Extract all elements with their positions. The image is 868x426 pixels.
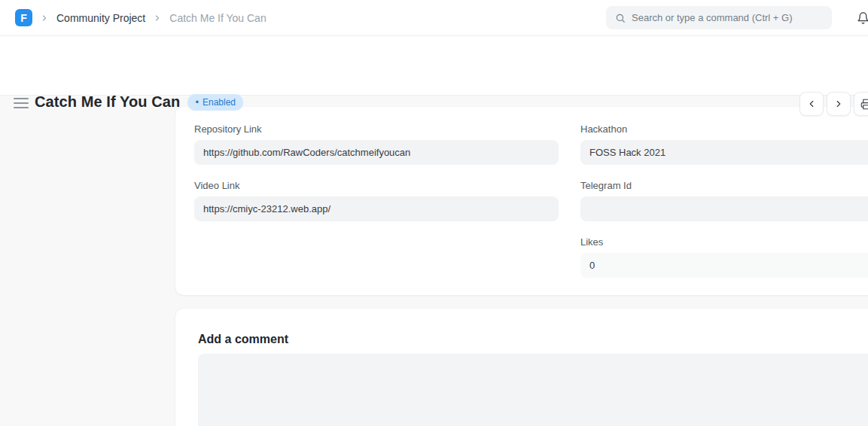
- telegram-id-label: Telegram Id: [580, 180, 868, 191]
- search-input[interactable]: [632, 12, 823, 23]
- sidebar-toggle-button[interactable]: [14, 98, 29, 108]
- form-column-right: Hackathon Telegram Id Likes: [580, 123, 868, 278]
- field-video-link: Video Link: [194, 180, 559, 221]
- comment-card: Add a comment: [175, 309, 868, 426]
- notifications-button[interactable]: [853, 8, 868, 28]
- header-actions: [799, 92, 868, 116]
- print-button[interactable]: [854, 92, 868, 116]
- video-link-label: Video Link: [194, 180, 559, 191]
- chevron-right-icon: [153, 14, 162, 23]
- video-link-input[interactable]: [194, 196, 559, 221]
- chevron-left-icon: [806, 99, 817, 109]
- field-telegram-id: Telegram Id: [580, 180, 868, 221]
- page-header: Catch Me If You Can • Enabled: [0, 36, 868, 96]
- form-view: Repository Link Video Link Hackathon Tel…: [0, 96, 868, 426]
- app-logo-letter: F: [20, 12, 27, 24]
- bell-icon: [857, 11, 868, 25]
- navbar: F Community Project Catch Me If You Can: [0, 0, 868, 36]
- breadcrumb-current: Catch Me If You Can: [169, 12, 266, 24]
- form-card: Repository Link Video Link Hackathon Tel…: [175, 107, 868, 295]
- next-record-button[interactable]: [827, 92, 851, 116]
- repository-link-label: Repository Link: [194, 123, 559, 135]
- likes-label: Likes: [580, 236, 868, 248]
- menu-icon: [14, 98, 29, 99]
- status-badge: • Enabled: [187, 94, 243, 111]
- telegram-id-input[interactable]: [580, 196, 868, 221]
- hackathon-input[interactable]: [580, 140, 868, 165]
- prev-record-button[interactable]: [799, 92, 824, 116]
- status-dot: •: [195, 97, 199, 107]
- field-repository-link: Repository Link: [194, 123, 559, 165]
- likes-input[interactable]: [580, 253, 868, 278]
- app-logo[interactable]: F: [15, 9, 32, 26]
- global-search[interactable]: [606, 6, 832, 29]
- search-icon: [615, 13, 626, 23]
- page-title: Catch Me If You Can: [35, 93, 180, 111]
- chevron-right-icon: [833, 99, 844, 109]
- comment-input[interactable]: [198, 354, 868, 426]
- repository-link-input[interactable]: [194, 140, 559, 165]
- chevron-right-icon: [40, 14, 49, 23]
- breadcrumb: F Community Project Catch Me If You Can: [15, 0, 266, 35]
- field-hackathon: Hackathon: [580, 123, 868, 165]
- comment-section-heading: Add a comment: [198, 333, 868, 346]
- printer-icon: [860, 99, 868, 110]
- status-label: Enabled: [203, 97, 236, 108]
- hackathon-label: Hackathon: [580, 123, 868, 135]
- form-column-left: Repository Link Video Link: [194, 123, 559, 278]
- field-likes: Likes: [580, 236, 868, 278]
- breadcrumb-parent-link[interactable]: Community Project: [56, 12, 145, 24]
